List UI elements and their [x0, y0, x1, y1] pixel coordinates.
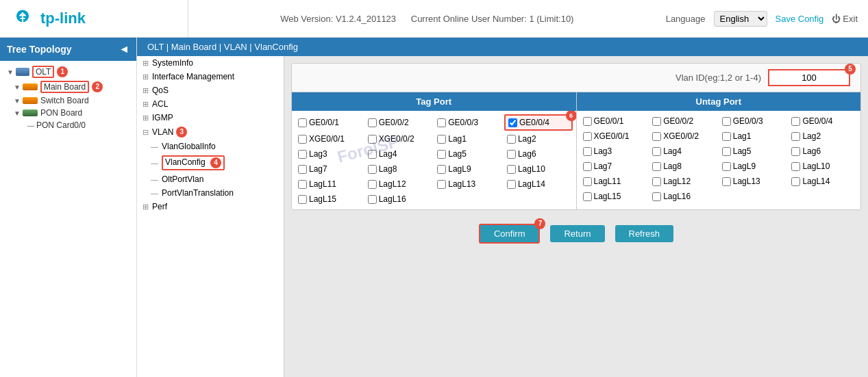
- tag-port-lag3-checkbox[interactable]: [298, 150, 307, 159]
- untag-port-lag4-checkbox[interactable]: [652, 147, 661, 156]
- tag-port-lagl11: LagL11: [295, 177, 364, 191]
- tag-port-lagl16-checkbox[interactable]: [368, 195, 377, 204]
- tag-port-lag4-checkbox[interactable]: [368, 150, 377, 159]
- exit-button[interactable]: ⏻ Exit: [832, 14, 858, 24]
- nav-item-vlan-global-info[interactable]: — VlanGlobalInfo: [137, 140, 284, 153]
- tag-port-ge004-checkbox[interactable]: [508, 118, 517, 127]
- main-layout: Tree Topology ◄ ▼ OLT 1 ▼ Main Board 2 ▼: [0, 38, 868, 377]
- vlan-id-input[interactable]: [768, 69, 850, 86]
- olt-icon: [16, 68, 29, 76]
- untag-port-lag3-checkbox[interactable]: [583, 147, 592, 156]
- tag-port-lag7-checkbox[interactable]: [298, 165, 307, 174]
- untag-port-lagl13: LagL13: [719, 174, 788, 188]
- language-select[interactable]: English Chinese: [714, 11, 767, 27]
- tag-port-header: Tag Port: [292, 92, 576, 111]
- untag-port-lagl12-checkbox[interactable]: [652, 177, 661, 186]
- nav-item-port-vlan-translation[interactable]: — PortVlanTranslation: [137, 186, 284, 200]
- nav-item-acl[interactable]: ⊞ ACL: [137, 97, 284, 111]
- nav-label-perf: Perf: [152, 202, 167, 211]
- pon-board-label: PON Board: [40, 108, 82, 118]
- confirm-button[interactable]: Confirm: [479, 224, 541, 244]
- sidebar-item-switch-board[interactable]: ▼ Switch Board: [0, 94, 136, 107]
- tag-port-lagl14-checkbox[interactable]: [507, 180, 516, 189]
- untag-port-lagl13-checkbox[interactable]: [722, 177, 731, 186]
- untag-port-lag5-checkbox[interactable]: [722, 147, 731, 156]
- tag-port-lagl15-checkbox[interactable]: [298, 195, 307, 204]
- sidebar-item-main-board[interactable]: ▼ Main Board 2: [0, 79, 136, 94]
- sidebar-item-pon-board[interactable]: ▼ PON Board: [0, 107, 136, 119]
- untag-port-lag7-checkbox[interactable]: [583, 162, 592, 171]
- olt-label: OLT: [32, 66, 54, 78]
- tag-port-lagl12: LagL12: [365, 177, 434, 191]
- untag-port-lag2: Lag2: [789, 129, 857, 143]
- tag-port-lag8-checkbox[interactable]: [368, 165, 377, 174]
- untag-port-lagl15-checkbox[interactable]: [583, 192, 592, 201]
- tag-port-lag2-checkbox[interactable]: [507, 135, 516, 144]
- untag-port-lag7: Lag7: [580, 159, 649, 173]
- untag-port-ge001-checkbox[interactable]: [583, 117, 592, 126]
- nav-item-interface-mgmt[interactable]: ⊞ Interface Management: [137, 70, 284, 83]
- untag-port-ge004: GE0/0/4: [789, 114, 857, 128]
- switch-board-label: Switch Board: [40, 96, 89, 105]
- sidebar-tree: ▼ OLT 1 ▼ Main Board 2 ▼ Switch Board ▼: [0, 61, 136, 377]
- tag-port-xge001-checkbox[interactable]: [298, 135, 307, 144]
- untag-port-lagl11: LagL11: [580, 174, 649, 188]
- nav-item-olt-port-vlan[interactable]: — OltPortVlan: [137, 172, 284, 186]
- tag-port-lagl11-checkbox[interactable]: [298, 180, 307, 189]
- untag-port-lagl9: LagL9: [719, 159, 788, 173]
- untag-port-header: Untag Port: [577, 92, 861, 111]
- tag-port-section: Tag Port ForoISP GE0/0/1 GE0/0/2: [292, 92, 577, 209]
- tag-port-lag5: Lag5: [434, 147, 503, 161]
- tag-port-lagl12-checkbox[interactable]: [368, 180, 377, 189]
- tag-port-lag1-checkbox[interactable]: [437, 135, 446, 144]
- untag-port-xge002-checkbox[interactable]: [652, 132, 661, 141]
- switch-board-icon: [23, 97, 38, 104]
- untag-port-ge003-checkbox[interactable]: [722, 117, 731, 126]
- sidebar-item-olt[interactable]: ▼ OLT 1: [0, 64, 136, 79]
- tag-port-xge002-checkbox[interactable]: [368, 135, 377, 144]
- return-button[interactable]: Return: [550, 225, 604, 242]
- untag-port-lagl11-checkbox[interactable]: [583, 177, 592, 186]
- tag-port-xge002: XGE0/0/2: [365, 132, 434, 146]
- tag-port-lag1: Lag1: [434, 132, 503, 146]
- sidebar-item-pon-card[interactable]: — PON Card0/0: [0, 119, 136, 131]
- nav-item-system-info[interactable]: ⊞ SystemInfo: [137, 56, 284, 70]
- untag-port-lag1-checkbox[interactable]: [722, 132, 731, 141]
- sidebar-collapse-button[interactable]: ◄: [119, 43, 129, 55]
- nav-item-vlan-config[interactable]: — VlanConfig 4: [137, 153, 284, 172]
- untag-port-lagl9-checkbox[interactable]: [722, 162, 731, 171]
- tag-port-lag6-checkbox[interactable]: [507, 150, 516, 159]
- tag-port-ge003-checkbox[interactable]: [437, 118, 446, 127]
- nav-item-vlan[interactable]: ⊟ VLAN 3: [137, 125, 284, 140]
- breadcrumb: OLT | Main Board | VLAN | VlanConfig: [137, 38, 868, 56]
- tag-port-lagl13-checkbox[interactable]: [437, 180, 446, 189]
- nav-label-qos: QoS: [152, 86, 169, 95]
- tag-port-ge002-checkbox[interactable]: [368, 118, 377, 127]
- tag-port-lagl10-checkbox[interactable]: [507, 165, 516, 174]
- untag-port-lag6-checkbox[interactable]: [791, 147, 800, 156]
- tag-port-lagl15: LagL15: [295, 192, 364, 206]
- tag-port-lagl9-checkbox[interactable]: [437, 165, 446, 174]
- untag-port-lag2-checkbox[interactable]: [791, 132, 800, 141]
- nav-label-igmp: IGMP: [152, 113, 173, 122]
- vlan-id-label: Vlan ID(eg:1,2 or 1-4): [675, 73, 761, 83]
- nav-item-perf[interactable]: ⊞ Perf: [137, 200, 284, 213]
- untag-port-lagl14-checkbox[interactable]: [791, 177, 800, 186]
- untag-port-ge004-checkbox[interactable]: [791, 117, 800, 126]
- untag-port-ge002-checkbox[interactable]: [652, 117, 661, 126]
- logo-area: tp-link: [10, 0, 188, 37]
- untag-port-xge001-checkbox[interactable]: [583, 132, 592, 141]
- nav-expand-icon: ⊞: [142, 86, 149, 95]
- nav-expand-icon: ⊞: [142, 59, 149, 68]
- tag-port-lag5-checkbox[interactable]: [437, 150, 446, 159]
- refresh-button[interactable]: Refresh: [615, 225, 674, 242]
- untag-port-lagl10-checkbox[interactable]: [791, 162, 800, 171]
- untag-port-lag8-checkbox[interactable]: [652, 162, 661, 171]
- untag-port-lagl16-checkbox[interactable]: [652, 192, 661, 201]
- save-config-link[interactable]: Save Config: [776, 14, 824, 24]
- nav-item-qos[interactable]: ⊞ QoS: [137, 83, 284, 97]
- tag-port-ge001-checkbox[interactable]: [298, 118, 307, 127]
- tag-port-lag6: Lag6: [504, 147, 573, 161]
- nav-item-igmp[interactable]: ⊞ IGMP: [137, 111, 284, 125]
- tag-port-lag4: Lag4: [365, 147, 434, 161]
